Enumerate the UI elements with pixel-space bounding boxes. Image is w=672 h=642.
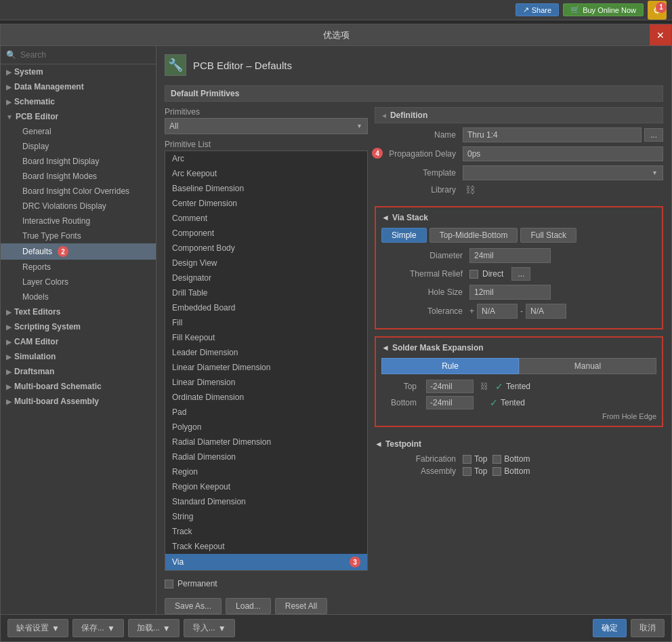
tol-minus-input[interactable] xyxy=(526,304,566,319)
asm-bottom-label: Bottom xyxy=(504,466,530,476)
list-item[interactable]: Linear Dimension xyxy=(165,375,367,390)
fab-bottom-checkbox[interactable] xyxy=(492,455,501,464)
tab-full-stack[interactable]: Full Stack xyxy=(520,228,576,243)
sidebar-item-system[interactable]: ▶ System xyxy=(1,64,156,79)
sidebar-item-data-management[interactable]: ▶ Data Management xyxy=(1,79,156,94)
sidebar-item-interactive-routing[interactable]: Interactive Routing xyxy=(1,214,156,228)
list-item[interactable]: Radial Dimension xyxy=(165,449,367,464)
list-item[interactable]: Baseline Dimension xyxy=(165,181,367,196)
sidebar-item-reports[interactable]: Reports xyxy=(1,260,156,275)
propagation-delay-input[interactable] xyxy=(463,146,663,161)
default-settings-button[interactable]: 缺省设置 ▼ xyxy=(7,619,68,637)
sidebar-item-label: Simulation xyxy=(14,352,56,361)
list-item[interactable]: Comment xyxy=(165,211,367,226)
list-item[interactable]: Polygon xyxy=(165,420,367,435)
thermal-relief-checkbox[interactable] xyxy=(469,270,478,279)
load-button[interactable]: 加载... ▼ xyxy=(128,619,180,637)
list-item[interactable]: Pad xyxy=(165,405,367,420)
template-select[interactable] xyxy=(463,165,663,180)
import-button[interactable]: 导入... ▼ xyxy=(184,619,235,637)
list-item[interactable]: Component xyxy=(165,226,367,241)
list-item[interactable]: Arc Keepout xyxy=(165,166,367,181)
sidebar-item-label: Data Management xyxy=(14,82,84,92)
sidebar-item-simulation[interactable]: ▶ Simulation xyxy=(1,349,156,364)
list-item[interactable]: Standard Dimension xyxy=(165,494,367,509)
tab-simple[interactable]: Simple xyxy=(381,228,427,243)
list-item[interactable]: Region xyxy=(165,464,367,479)
reset-all-button[interactable]: Reset All xyxy=(275,598,327,614)
sidebar-item-display[interactable]: Display xyxy=(1,139,156,154)
sidebar-item-scripting-system[interactable]: ▶ Scripting System xyxy=(1,319,156,334)
badge4: 4 xyxy=(372,148,383,159)
list-item[interactable]: Region Keepout xyxy=(165,479,367,494)
search-input[interactable] xyxy=(20,50,150,60)
list-item[interactable]: Component Body xyxy=(165,241,367,256)
sidebar-item-defaults[interactable]: Defaults 2 xyxy=(1,243,156,260)
sidebar-item-models[interactable]: Models xyxy=(1,289,156,304)
sidebar-item-multi-board-assembly[interactable]: ▶ Multi-board Assembly xyxy=(1,394,156,409)
top-label: Top xyxy=(381,382,422,391)
load-button[interactable]: Load... xyxy=(226,598,271,614)
list-item[interactable]: String xyxy=(165,509,367,524)
arrow-icon: ▶ xyxy=(6,338,12,346)
list-item[interactable]: Linear Diameter Dimension xyxy=(165,360,367,375)
sidebar-item-pcb-editor[interactable]: ▼ PCB Editor xyxy=(1,109,156,124)
sidebar-item-layer-colors[interactable]: Layer Colors xyxy=(1,275,156,289)
top-mask-input[interactable] xyxy=(426,380,474,393)
list-item[interactable]: Design View xyxy=(165,256,367,270)
testpoint-header: ◄ Testpoint xyxy=(375,439,663,449)
list-item[interactable]: Radial Diameter Dimension xyxy=(165,435,367,449)
tab-top-middle-bottom[interactable]: Top-Middle-Bottom xyxy=(429,228,518,243)
list-item[interactable]: Track xyxy=(165,524,367,539)
sidebar-item-drc-violations-display[interactable]: DRC Violations Display xyxy=(1,199,156,214)
primitives-select[interactable]: All xyxy=(165,118,368,134)
chain-icon: ⛓ xyxy=(480,382,488,391)
name-input[interactable] xyxy=(463,127,642,142)
primitives-label: Primitives xyxy=(165,107,368,117)
list-item[interactable]: Embedded Board xyxy=(165,300,367,315)
sidebar-item-true-type-fonts[interactable]: True Type Fonts xyxy=(1,228,156,243)
ok-button[interactable]: 确定 xyxy=(593,619,627,637)
asm-bottom-checkbox[interactable] xyxy=(492,467,501,476)
sidebar-item-general[interactable]: General xyxy=(1,124,156,139)
tol-plus-input[interactable] xyxy=(477,304,518,319)
buy-button[interactable]: 🛒 Buy Online Now xyxy=(563,3,644,16)
fab-top-checkbox[interactable] xyxy=(463,455,471,464)
asm-top-checkbox[interactable] xyxy=(463,467,471,476)
sidebar-item-text-editors[interactable]: ▶ Text Editors xyxy=(1,304,156,319)
assembly-label: Assembly xyxy=(375,466,463,476)
sidebar-item-draftsman[interactable]: ▶ Draftsman xyxy=(1,364,156,379)
thermal-relief-dots-button[interactable]: ... xyxy=(511,267,530,281)
sidebar-item-board-insight-modes[interactable]: Board Insight Modes xyxy=(1,169,156,184)
list-item[interactable]: Fill xyxy=(165,315,367,330)
list-item-via[interactable]: Via 3 xyxy=(165,554,367,570)
list-item[interactable]: Drill Table xyxy=(165,285,367,300)
list-item[interactable]: Leader Dimension xyxy=(165,345,367,360)
list-item[interactable]: Track Keepout xyxy=(165,539,367,554)
permanent-checkbox[interactable] xyxy=(165,580,173,588)
share-button[interactable]: ↗ Share xyxy=(516,3,559,16)
list-item[interactable]: Fill Keepout xyxy=(165,330,367,345)
diameter-input[interactable] xyxy=(469,248,551,263)
sidebar-item-board-insight-color-overrides[interactable]: Board Insight Color Overrides xyxy=(1,184,156,199)
list-item[interactable]: Center Dimension xyxy=(165,196,367,211)
primitives-area: Primitives All Primitive List Arc Arc Ke… xyxy=(165,107,663,514)
tab-manual[interactable]: Manual xyxy=(519,358,656,374)
list-item[interactable]: Designator xyxy=(165,270,367,285)
sidebar-item-cam-editor[interactable]: ▶ CAM Editor xyxy=(1,334,156,349)
sidebar-item-multi-board-schematic[interactable]: ▶ Multi-board Schematic xyxy=(1,379,156,394)
bottom-mask-input[interactable] xyxy=(426,396,474,409)
save-as-button[interactable]: Save As... xyxy=(165,598,222,614)
hole-size-input[interactable] xyxy=(469,285,551,300)
name-dots-button[interactable]: ... xyxy=(644,128,663,142)
tol-plus-label: + xyxy=(469,306,474,316)
tab-rule[interactable]: Rule xyxy=(381,358,519,374)
sidebar-item-board-insight-display[interactable]: Board Insight Display xyxy=(1,154,156,169)
dialog-close-button[interactable]: ✕ xyxy=(650,24,671,45)
list-item[interactable]: Arc xyxy=(165,151,367,166)
cancel-button[interactable]: 取消 xyxy=(631,619,665,637)
list-item[interactable]: Ordinate Dimension xyxy=(165,390,367,405)
sidebar-item-schematic[interactable]: ▶ Schematic xyxy=(1,94,156,109)
dialog-title: 优选项 xyxy=(323,29,350,41)
save-button[interactable]: 保存... ▼ xyxy=(72,619,124,637)
